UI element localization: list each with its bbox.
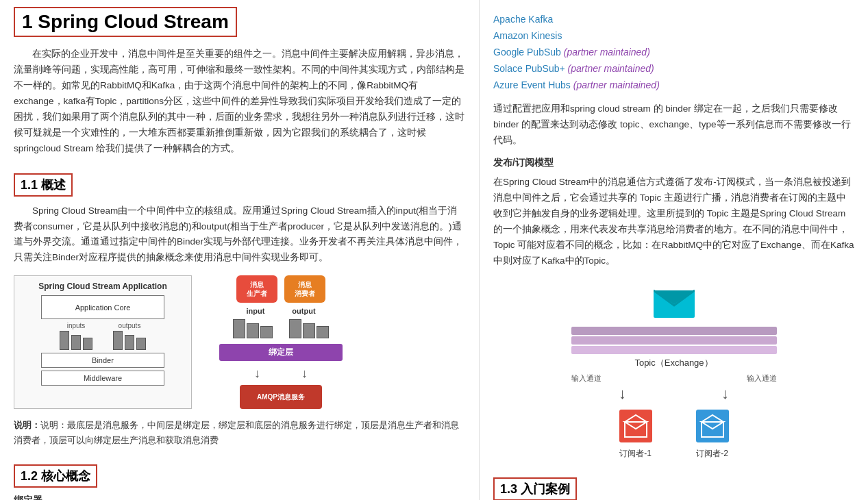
input-channel-row: 输入通道 输入通道 [571, 373, 777, 384]
left-panel: 1 Spring Cloud Stream 在实际的企业开发中，消息中间件是至关… [0, 0, 480, 500]
subscriber1-label: 订阅者-1 [619, 448, 652, 460]
caption-bold: 说明： [14, 421, 40, 430]
binding-diagram: 消息生产者 消息消费者 input output 绑定层 [206, 275, 356, 409]
link-solace-partner: (partner maintained) [565, 63, 654, 74]
arrow-down-right: ↓ [301, 366, 308, 381]
arch-input-pipes [60, 331, 92, 350]
amqp-label: AMQP消息服务 [257, 392, 305, 401]
pipe-3 [83, 338, 92, 350]
right-panel: Apache Kafka Amazon Kinesis Google PubSu… [480, 0, 868, 500]
subscriber2-icon [695, 408, 730, 444]
link-kafka-text: Apache Kafka [493, 14, 553, 25]
section1-paragraph: Spring Cloud Stream由一个中间件中立的核组成。应用通过Spri… [14, 203, 465, 266]
link-google-pubsub[interactable]: Google PubSub (partner maintained) [493, 47, 854, 58]
binding-layer: 绑定层 [219, 344, 343, 361]
link-azure[interactable]: Azure Event Hubs (partner maintained) [493, 79, 854, 90]
subscriber2-col: 订阅者-2 [695, 408, 730, 460]
io-row: input output [246, 307, 315, 315]
amqp-box: AMQP消息服务 [240, 385, 322, 409]
arrow-down-left: ↓ [254, 366, 260, 381]
arch-output-pipes [113, 331, 146, 350]
link-solace-text: Solace PubSub+ [493, 63, 565, 74]
section3-heading: 1.3 入门案例 [493, 477, 577, 500]
arrows-down: ↓ ↓ [254, 366, 308, 381]
diagram-row: Spring Cloud Stream Application Applicat… [14, 275, 465, 409]
arch-diagram: Spring Cloud Stream Application Applicat… [14, 275, 192, 409]
email-icon-container [654, 285, 695, 320]
pipe-2 [71, 335, 81, 350]
link-azure-text: Azure Event Hubs [493, 79, 571, 90]
msg-producer-box: 消息生产者 [236, 275, 277, 303]
email-icon [654, 285, 695, 318]
pubsub-title: 发布/订阅模型 [493, 157, 854, 169]
input-channel-left-label: 输入通道 [571, 373, 602, 384]
link-kinesis-text: Amazon Kinesis [493, 30, 562, 41]
pubsub-diagram: Topic（Exchange） 输入通道 输入通道 ↓ ↓ 订阅者-1 [493, 278, 854, 466]
topic-arrow-left: ↓ [619, 385, 626, 403]
topic-container: Topic（Exchange） [568, 327, 780, 373]
topic-bar-3 [571, 346, 777, 354]
pubsub-desc: 在Spring Cloud Stream中的消息通信方式遵循了发布-订阅模式，当… [493, 175, 854, 269]
subscriber1-col: 订阅者-1 [618, 408, 654, 460]
section1-heading: 1.1 概述 [14, 173, 73, 197]
pb4 [289, 319, 301, 338]
pb2 [247, 323, 259, 338]
page-title: 1 Spring Cloud Stream [14, 7, 237, 37]
pb6 [317, 326, 329, 338]
pipe-4 [113, 331, 123, 350]
link-solace[interactable]: Solace PubSub+ (partner maintained) [493, 63, 854, 74]
subscriber1-icon [618, 408, 654, 444]
section2-heading: 1.2 核心概念 [14, 464, 97, 488]
binding-pipes [233, 319, 329, 338]
pb1 [233, 319, 245, 338]
input-label: input [246, 307, 264, 315]
pipe-6 [136, 338, 146, 350]
topic-bar-2 [571, 336, 777, 345]
binding-top: 消息生产者 消息消费者 [236, 275, 325, 303]
link-gpubsub-text: Google PubSub [493, 47, 561, 58]
caption-text: 说明：最底层是消息服务，中间层是绑定层，绑定层和底层的消息服务进行绑定，顶层是消… [14, 421, 459, 445]
subscriber2-label: 订阅者-2 [696, 448, 728, 460]
arch-outputs-label: outputs [119, 322, 141, 329]
pipe-1 [60, 331, 69, 350]
link-gpubsub-partner: (partner maintained) [561, 47, 650, 58]
arch-binder: Binder [41, 353, 164, 368]
section2-sub1: 绑定器 [14, 495, 465, 500]
pb5 [303, 323, 315, 338]
input-channel-right-label: 输入通道 [747, 373, 777, 384]
intro-paragraph: 在实际的企业开发中，消息中间件是至关重要的组件之一。消息中间件主要解决应用解耦，… [14, 47, 465, 157]
link-azure-partner: (partner maintained) [571, 79, 660, 90]
arch-app-title: Spring Cloud Stream Application [38, 282, 167, 291]
diagram-caption: 说明：说明：最底层是消息服务，中间层是绑定层，绑定层和底层的消息服务进行绑定，顶… [14, 418, 465, 448]
topic-bar-1 [571, 327, 777, 335]
right-links-container: Apache Kafka Amazon Kinesis Google PubSu… [493, 7, 854, 90]
topic-label: Topic（Exchange） [634, 357, 712, 369]
topic-arrows-row: ↓ ↓ [571, 385, 777, 403]
arch-middleware: Middleware [41, 371, 164, 386]
output-label: output [292, 307, 315, 315]
pb3 [260, 326, 273, 338]
arch-core: Application Core [41, 295, 164, 319]
link-apache-kafka[interactable]: Apache Kafka [493, 14, 854, 25]
topic-arrow-right: ↓ [721, 385, 729, 403]
msg-consumer-box: 消息消费者 [284, 275, 325, 303]
link-amazon-kinesis[interactable]: Amazon Kinesis [493, 30, 854, 41]
subscribers-row: 订阅者-1 订阅者-2 [618, 408, 730, 460]
svg-line-1 [654, 285, 674, 290]
config-desc: 通过配置把应用和spring cloud stream 的 binder 绑定在… [493, 101, 854, 149]
arch-inputs-label: inputs [67, 322, 86, 329]
arch-pipes-row: inputs outputs [60, 322, 146, 350]
pipe-5 [125, 335, 134, 350]
